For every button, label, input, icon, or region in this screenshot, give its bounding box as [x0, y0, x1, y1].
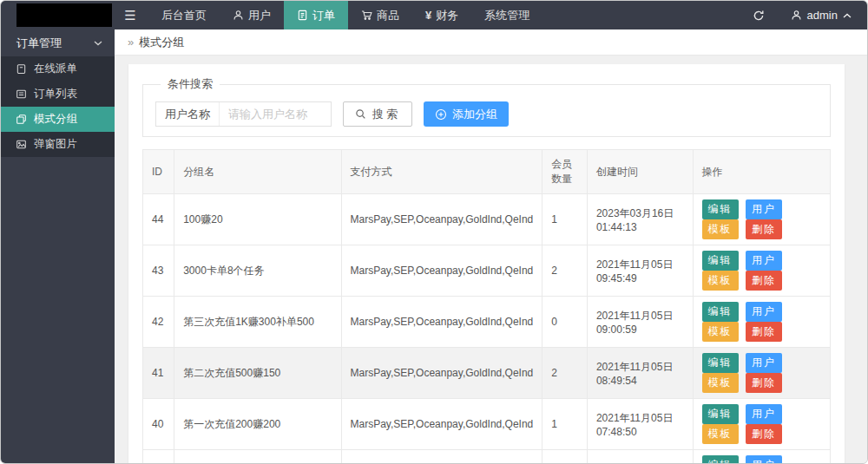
- template-button[interactable]: 模板: [702, 219, 739, 239]
- cell-member-count: 0: [542, 450, 588, 464]
- template-button[interactable]: 模板: [702, 373, 739, 393]
- cell-created-time: 2021年11月05日 09:45:49: [587, 245, 693, 297]
- nav-label: 商品: [377, 8, 399, 23]
- cell-group-name: 3000卡单8个任务: [174, 245, 341, 297]
- table-row: 40 第一次充值200赚200 MarsPay,SEP,Oceanpay,Gol…: [143, 399, 831, 450]
- cell-actions: 编辑 用户 模板 删除: [693, 194, 830, 245]
- app-window: ☰ 后台首页 用户 订单 商品 ¥ 财务 系统管理: [0, 0, 868, 464]
- sidebar: 订单管理 在线派单 订单列表 模式分组 弹窗图片: [1, 29, 115, 463]
- cell-member-count: 0: [542, 297, 588, 348]
- cell-created-time: 2021年11月04日 20:48:17: [587, 450, 693, 464]
- popup-image-icon: [16, 139, 27, 150]
- sidebar-item-mode-group[interactable]: 模式分组: [1, 107, 115, 132]
- yen-icon: ¥: [425, 9, 431, 22]
- template-button[interactable]: 模板: [702, 424, 739, 444]
- cell-payment-methods: MarsPay,SEP,Oceanpay,GoldInd,QeInd: [341, 399, 542, 450]
- chevron-down-icon: [94, 41, 102, 46]
- sidebar-group-label: 订单管理: [16, 36, 62, 51]
- dispatch-doc-icon: [16, 63, 27, 75]
- top-nav: 后台首页 用户 订单 商品 ¥ 财务 系统管理: [148, 1, 542, 29]
- cell-actions: 编辑 用户 模板 删除: [693, 245, 830, 297]
- username-field-label: 用户名称: [156, 102, 220, 126]
- username-input[interactable]: [220, 102, 331, 126]
- sidebar-menu: 在线派单 订单列表 模式分组 弹窗图片: [1, 56, 115, 157]
- edit-button[interactable]: 编辑: [702, 404, 739, 424]
- delete-button[interactable]: 删除: [746, 271, 782, 291]
- nav-item-finance[interactable]: ¥ 财务: [412, 1, 471, 29]
- edit-button[interactable]: 编辑: [702, 302, 739, 322]
- sidebar-toggle-icon[interactable]: ☰: [112, 1, 148, 29]
- cell-id: 40: [143, 399, 174, 450]
- order-list-icon: [16, 88, 27, 100]
- table-row: 42 第三次充值1K赚300补单500 MarsPay,SEP,Oceanpay…: [143, 297, 831, 348]
- user-button[interactable]: 用户: [746, 302, 782, 322]
- col-header-members: 会员数量: [542, 150, 588, 194]
- cell-payment-methods: MarsPay,SEP,Oceanpay,GoldInd,QeInd: [341, 450, 542, 464]
- table-body: 44 100赚20 MarsPay,SEP,Oceanpay,GoldInd,Q…: [143, 194, 831, 464]
- user-name: admin: [807, 9, 838, 22]
- edit-button[interactable]: 编辑: [702, 455, 739, 463]
- search-icon: [355, 108, 366, 120]
- delete-button[interactable]: 删除: [746, 322, 782, 342]
- main-content: » 模式分组 条件搜索 用户名称 搜索: [115, 29, 867, 463]
- search-legend: 条件搜索: [161, 76, 220, 92]
- cell-payment-methods: MarsPay,SEP,Oceanpay,GoldInd,QeInd: [341, 245, 542, 297]
- sidebar-item-label: 订单列表: [34, 87, 77, 101]
- cell-payment-methods: MarsPay,SEP,Oceanpay,GoldInd,QeInd: [341, 297, 542, 348]
- cell-payment-methods: MarsPay,SEP,Oceanpay,GoldInd,QeInd: [341, 348, 542, 399]
- user-icon: [233, 10, 244, 21]
- cell-id: 41: [143, 348, 174, 399]
- cell-group-name: 第一次充值200赚200: [174, 399, 341, 450]
- user-button[interactable]: 用户: [746, 455, 782, 463]
- user-button[interactable]: 用户: [746, 404, 782, 424]
- user-menu[interactable]: admin: [779, 1, 867, 29]
- edit-button[interactable]: 编辑: [702, 353, 739, 373]
- cell-created-time: 2021年11月05日 07:48:50: [587, 399, 693, 450]
- table-header: ID 分组名 支付方式 会员数量 创建时间 操作: [143, 150, 831, 194]
- template-button[interactable]: 模板: [702, 271, 739, 291]
- template-button[interactable]: 模板: [702, 322, 739, 342]
- nav-item-system[interactable]: 系统管理: [471, 1, 542, 29]
- cell-created-time: 2021年11月05日 08:49:54: [587, 348, 693, 399]
- sidebar-item-order-list[interactable]: 订单列表: [1, 82, 115, 107]
- nav-label: 财务: [436, 8, 458, 23]
- edit-button[interactable]: 编辑: [702, 251, 739, 271]
- table-row: 41 第二次充值500赚150 MarsPay,SEP,Oceanpay,Gol…: [143, 348, 831, 399]
- chevron-up-icon: [843, 13, 852, 18]
- user-button[interactable]: 用户: [746, 251, 782, 271]
- nav-item-orders[interactable]: 订单: [284, 1, 348, 29]
- plus-circle-icon: [435, 108, 447, 121]
- cell-actions: 编辑 用户 模板 删除: [693, 297, 830, 348]
- sidebar-item-online-dispatch[interactable]: 在线派单: [1, 56, 115, 82]
- nav-item-users[interactable]: 用户: [220, 1, 284, 29]
- nav-label: 用户: [248, 8, 271, 23]
- col-header-created: 创建时间: [587, 150, 693, 194]
- cell-member-count: 2: [542, 245, 588, 297]
- cell-member-count: 2: [542, 348, 588, 399]
- search-button[interactable]: 搜索: [343, 101, 412, 127]
- sidebar-group-order-management[interactable]: 订单管理: [1, 29, 115, 56]
- cell-id: 43: [143, 245, 174, 297]
- delete-button[interactable]: 删除: [746, 219, 782, 239]
- cell-group-name: 100赚20: [174, 194, 341, 245]
- user-button[interactable]: 用户: [746, 353, 782, 373]
- cell-created-time: 2023年03月16日 01:44:13: [587, 194, 693, 245]
- cell-payment-methods: MarsPay,SEP,Oceanpay,GoldInd,QeInd: [341, 194, 542, 245]
- cell-group-name: 第二次充值500赚150: [174, 348, 341, 399]
- add-group-button[interactable]: 添加分组: [424, 101, 509, 127]
- refresh-icon[interactable]: [739, 1, 779, 29]
- sidebar-item-popup-image[interactable]: 弹窗图片: [1, 132, 115, 157]
- edit-button[interactable]: 编辑: [702, 199, 739, 219]
- cell-created-time: 2021年11月05日 09:00:59: [587, 297, 693, 348]
- cell-member-count: 1: [542, 194, 588, 245]
- sidebar-item-label: 弹窗图片: [34, 137, 77, 152]
- delete-button[interactable]: 删除: [746, 373, 782, 393]
- sidebar-item-label: 在线派单: [34, 62, 77, 76]
- nav-item-home[interactable]: 后台首页: [148, 1, 220, 29]
- search-fieldset: 条件搜索 用户名称 搜索: [142, 76, 831, 137]
- user-button[interactable]: 用户: [746, 199, 782, 219]
- delete-button[interactable]: 删除: [746, 424, 782, 444]
- nav-item-goods[interactable]: 商品: [348, 1, 412, 29]
- table-row: 44 100赚20 MarsPay,SEP,Oceanpay,GoldInd,Q…: [143, 194, 831, 245]
- sidebar-item-label: 模式分组: [34, 112, 77, 127]
